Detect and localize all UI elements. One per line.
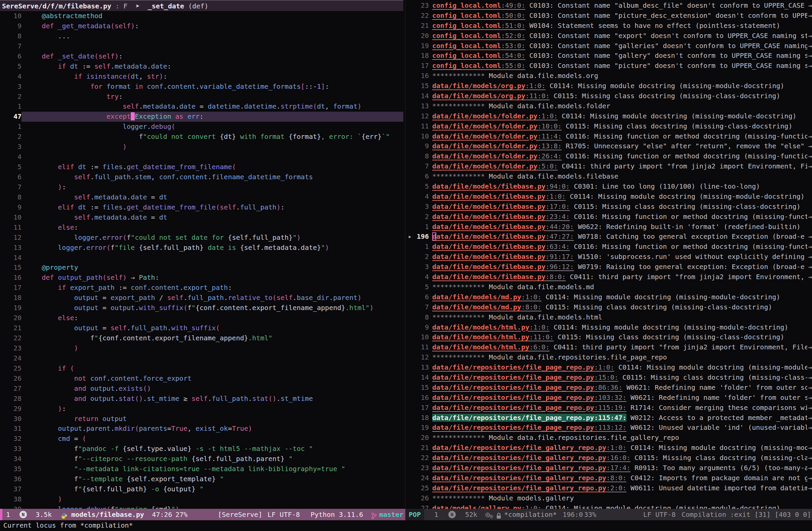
window-divider[interactable]: [405, 0, 405, 509]
lint-row[interactable]: 14data/file/models/org.py:11:0: C0115: M…: [407, 91, 812, 101]
file-link[interactable]: data/file/models/filebase.py: [432, 273, 546, 281]
file-link[interactable]: data/file/repositories/file_gallery_repo…: [432, 484, 606, 492]
lint-row[interactable]: 18data/file/repositories/file_page_repo.…: [407, 413, 812, 423]
code-line[interactable]: 12 logger.error(f"could not set date for…: [0, 233, 403, 243]
line-col-position[interactable]: :54:0:: [501, 52, 525, 59]
lint-row[interactable]: 4data/file/models/filebase.py:1:0: C0114…: [407, 192, 812, 202]
lint-row[interactable]: 24data/file/repositories/file_gallery_re…: [407, 473, 812, 483]
file-link[interactable]: data/file/repositories/file_page_repo.py: [432, 393, 594, 402]
line-col-position[interactable]: :96:12:: [546, 263, 574, 271]
code-line-current[interactable]: 47 except Exception as err:: [0, 112, 403, 122]
module-separator-row[interactable]: 5************* Module data.file.models.m…: [407, 282, 812, 292]
line-col-position[interactable]: :1:0:: [521, 293, 541, 301]
code-line[interactable]: 2 f"could not convert {dt} with format {…: [0, 132, 403, 142]
file-link[interactable]: data/file/repositories/file_gallery_repo…: [432, 464, 606, 472]
file-link[interactable]: data/file/repositories/file_gallery_repo…: [432, 453, 606, 462]
file-link[interactable]: data/file/repositories/file_gallery_repo…: [432, 474, 606, 482]
lint-row[interactable]: 10data/file/models/folder.py:11:4: C0116…: [407, 131, 812, 142]
file-link[interactable]: data/file/repositories/file_page_repo.py: [432, 383, 594, 391]
line-col-position[interactable]: :49:0:: [501, 1, 525, 10]
lint-row[interactable]: 23config_local.toml:49:0: C0103: Constan…: [407, 1, 812, 11]
line-col-position[interactable]: :13:8:: [537, 142, 562, 150]
code-line[interactable]: 5 elif dt := files.get_datetime_from_fil…: [0, 162, 403, 172]
file-link[interactable]: data/file/models/md.py: [432, 293, 521, 301]
lint-row[interactable]: 19config_local.toml:53:0: C0103: Constan…: [407, 41, 812, 51]
file-link[interactable]: data/file/models/filebase.py: [432, 232, 546, 240]
lint-row[interactable]: 3data/file/models/filebase.py:96:12: W07…: [407, 262, 812, 272]
line-col-position[interactable]: :15:0:: [594, 373, 619, 381]
file-link[interactable]: data/file/models/filebase.py: [432, 192, 546, 200]
code-line[interactable]: 9 def _get_metadata(self):: [0, 21, 403, 31]
code-line[interactable]: 37 f"{self.full_path} -o {output} ": [0, 484, 403, 494]
lint-row[interactable]: 18config_local.toml:54:0: C0103: Constan…: [407, 51, 812, 61]
code-line[interactable]: 17 if export_path := conf.content.export…: [0, 283, 403, 293]
lint-row[interactable]: 3data/file/models/filebase.py:17:0: C011…: [407, 202, 812, 212]
lint-row[interactable]: 23data/file/repositories/file_gallery_re…: [407, 463, 812, 473]
lint-row[interactable]: 10data/file/models/html.py:11:0: C0115: …: [407, 332, 812, 343]
line-col-position[interactable]: :17:4:: [606, 464, 630, 472]
code-line[interactable]: 6 def _set_date(self):: [0, 52, 403, 61]
file-link[interactable]: data/file/repositories/file_page_repo.py: [432, 373, 594, 381]
lint-row[interactable]: 15data/file/repositories/file_page_repo.…: [407, 383, 812, 393]
line-col-position[interactable]: :16:0:: [606, 453, 630, 462]
file-link[interactable]: data/file/models/filebase.py: [432, 202, 546, 210]
code-line[interactable]: 38 ): [0, 494, 403, 504]
code-line[interactable]: 20 else:: [0, 313, 403, 323]
line-col-position[interactable]: :26:4:: [537, 152, 562, 160]
line-col-position[interactable]: :23:4:: [546, 212, 570, 221]
lint-row[interactable]: 17data/file/repositories/file_page_repo.…: [407, 403, 812, 413]
lint-row[interactable]: 13data/file/repositories/file_page_repo.…: [407, 363, 812, 373]
file-link[interactable]: data/file/models/folder.py: [432, 162, 537, 170]
code-line[interactable]: 35 "--metadata link-citations=true --met…: [0, 464, 403, 474]
line-col-position[interactable]: :115:19:: [594, 404, 626, 411]
code-line[interactable]: 7: [0, 41, 403, 52]
code-line[interactable]: 10 @abstractmethod: [0, 11, 403, 21]
module-separator-row[interactable]: 12************* Module data.file.reposit…: [407, 352, 812, 363]
line-col-position[interactable]: :1:0:: [546, 192, 566, 200]
code-line[interactable]: 33 f"pandoc -f {self.type.value} -s -t h…: [0, 444, 403, 454]
lint-row[interactable]: 21config_local.toml:51:0: W0104: Stateme…: [407, 21, 812, 31]
code-line[interactable]: 8 self.metadata.date = dt: [0, 192, 403, 202]
code-line[interactable]: 10 self.metadata.date = dt: [0, 212, 403, 223]
lint-row[interactable]: 19data/file/repositories/file_page_repo.…: [407, 423, 812, 433]
file-link[interactable]: data/file/repositories/file_page_repo.py: [432, 414, 594, 422]
line-col-position[interactable]: :17:0:: [546, 202, 570, 210]
lint-row[interactable]: 21data/file/repositories/file_gallery_re…: [407, 443, 812, 453]
lint-row[interactable]: 1data/file/models/filebase.py:44:20: W06…: [407, 222, 812, 232]
file-link[interactable]: data/file/models/filebase.py: [432, 253, 546, 261]
code-line[interactable]: 7 ):: [0, 182, 403, 192]
code-line[interactable]: 39 logger.debug(f"running {cmd}"): [0, 504, 403, 509]
file-link[interactable]: config_local.toml: [432, 42, 501, 50]
file-link[interactable]: data/file/models/filebase.py: [432, 223, 546, 231]
line-col-position[interactable]: :1:0:: [525, 82, 546, 90]
major-mode[interactable]: Python 3.11.6: [310, 509, 363, 520]
lint-row[interactable]: 1data/file/models/filebase.py:63:4: C011…: [407, 242, 812, 252]
file-link[interactable]: data/file/models/filebase.py: [432, 182, 546, 190]
lint-row-current[interactable]: ▶196data/file/models/filebase.py:47:27: …: [407, 232, 812, 242]
code-line[interactable]: 18 output = export_path / self.full_path…: [0, 293, 403, 303]
file-link[interactable]: data/file/models/folder.py: [432, 112, 537, 120]
file-link[interactable]: data/file/models/folder.py: [432, 142, 537, 150]
buffer-name[interactable]: *compilation*: [504, 509, 557, 520]
file-link[interactable]: config_local.toml: [432, 22, 501, 30]
file-link[interactable]: data/file/models/filebase.py: [432, 263, 546, 271]
code-line[interactable]: 3 ): [0, 142, 403, 152]
lint-row[interactable]: 5data/file/models/filebase.py:94:0: C030…: [407, 182, 812, 192]
line-col-position[interactable]: :8:0:: [546, 273, 566, 281]
file-link[interactable]: data/file/models/html.py: [432, 323, 530, 331]
code-line[interactable]: 22 f"{conf.content.export_filename_appen…: [0, 333, 403, 343]
file-link[interactable]: data/file/models/org.py: [432, 82, 525, 90]
code-line[interactable]: 4 if isinstance(dt, str):: [0, 72, 403, 82]
line-col-position[interactable]: :53:0:: [501, 42, 525, 50]
line-col-position[interactable]: :50:0:: [501, 11, 525, 19]
code-line[interactable]: 28 and output.stat().st_mtime ≥ self.ful…: [0, 394, 403, 404]
line-col-position[interactable]: :1:0:: [594, 363, 614, 371]
file-link[interactable]: data/file/repositories/file_page_repo.py: [432, 404, 594, 411]
lint-row[interactable]: 9data/file/models/html.py:1:0: C0114: Mi…: [407, 322, 812, 333]
lint-row[interactable]: 2data/file/models/filebase.py:91:17: W15…: [407, 252, 812, 262]
breadcrumb-file-path[interactable]: SereServe/d/f/m/filebase.py: [2, 2, 111, 10]
lint-row[interactable]: 9data/file/models/folder.py:13:8: R1705:…: [407, 141, 812, 151]
code-line[interactable]: 36 f"--template {self.export_template} ": [0, 474, 403, 484]
lint-row[interactable]: 27data/models/gallery.py:1:0: C0114: Mis…: [407, 503, 812, 509]
code-line[interactable]: 27 and output.exists(): [0, 384, 403, 394]
